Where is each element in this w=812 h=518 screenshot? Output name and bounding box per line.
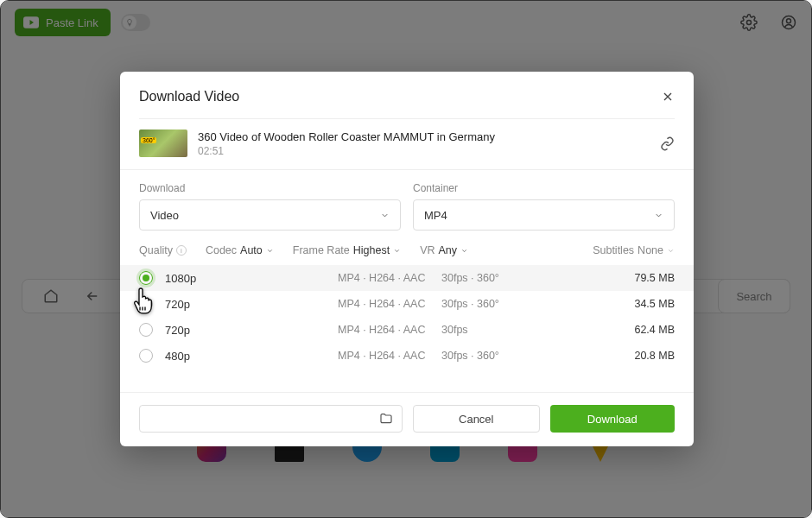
quality-extra: 30fps · 360° — [441, 298, 545, 310]
container-label: Container — [413, 182, 675, 194]
radio-icon — [139, 349, 153, 363]
download-type-select[interactable]: Video — [139, 199, 401, 231]
video-thumbnail — [139, 130, 187, 157]
quality-list: 1080pMP4 · H264 · AAC30fps · 360°79.5 MB… — [120, 265, 694, 369]
codec-filter-label: Codec — [206, 244, 237, 256]
quality-size: 62.4 MB — [634, 324, 675, 336]
radio-icon — [139, 271, 153, 285]
chevron-down-icon — [380, 211, 390, 220]
filters-row: Quality i Codec Auto Frame Rate Highest … — [120, 237, 694, 265]
quality-format: MP4 · H264 · AAC — [338, 350, 441, 362]
chevron-down-icon — [393, 247, 401, 255]
container-value: MP4 — [424, 209, 447, 222]
framerate-filter-label: Frame Rate — [293, 244, 350, 256]
quality-resolution: 1080p — [165, 272, 338, 285]
container-select[interactable]: MP4 — [413, 199, 675, 231]
download-button[interactable]: Download — [550, 405, 676, 433]
chevron-down-icon — [667, 247, 675, 255]
subtitles-filter-value: None — [638, 244, 663, 256]
info-icon[interactable]: i — [176, 245, 187, 256]
download-type-label: Download — [139, 182, 401, 194]
download-video-modal: Download Video 360 Video of Wooden Rolle… — [120, 72, 694, 446]
quality-size: 34.5 MB — [634, 298, 675, 310]
download-type-value: Video — [150, 209, 179, 222]
video-info-row: 360 Video of Wooden Roller Coaster MAMMU… — [120, 119, 694, 169]
vr-filter-value: Any — [439, 244, 458, 256]
quality-row[interactable]: 720pMP4 · H264 · AAC30fps62.4 MB — [120, 317, 694, 343]
quality-format: MP4 · H264 · AAC — [338, 298, 441, 310]
chevron-down-icon — [266, 247, 274, 255]
chevron-down-icon — [460, 247, 468, 255]
quality-size: 79.5 MB — [634, 272, 675, 284]
quality-extra: 30fps · 360° — [441, 272, 545, 284]
quality-filter: Quality i — [139, 244, 187, 256]
subtitles-filter-label: Subtitles — [593, 244, 634, 256]
framerate-filter[interactable]: Frame Rate Highest — [293, 244, 401, 256]
quality-row[interactable]: 720pMP4 · H264 · AAC30fps · 360°34.5 MB — [120, 291, 694, 317]
quality-row[interactable]: 480pMP4 · H264 · AAC30fps · 360°20.8 MB — [120, 343, 694, 369]
video-duration: 02:51 — [198, 145, 650, 157]
download-label: Download — [587, 413, 638, 426]
cancel-label: Cancel — [459, 413, 493, 426]
radio-icon — [139, 297, 153, 311]
framerate-filter-value: Highest — [353, 244, 390, 256]
folder-icon — [379, 412, 393, 426]
quality-row[interactable]: 1080pMP4 · H264 · AAC30fps · 360°79.5 MB — [120, 265, 694, 291]
quality-size: 20.8 MB — [634, 350, 675, 362]
cancel-button[interactable]: Cancel — [413, 405, 540, 433]
close-icon[interactable] — [661, 90, 675, 104]
quality-resolution: 720p — [165, 298, 338, 311]
vr-filter-label: VR — [420, 244, 435, 256]
video-title: 360 Video of Wooden Roller Coaster MAMMU… — [198, 130, 650, 143]
subtitles-filter[interactable]: Subtitles None — [593, 244, 675, 256]
radio-icon — [139, 323, 153, 337]
quality-format: MP4 · H264 · AAC — [338, 324, 441, 336]
quality-format: MP4 · H264 · AAC — [338, 272, 441, 284]
codec-filter-value: Auto — [240, 244, 263, 256]
modal-title: Download Video — [139, 89, 239, 104]
link-icon[interactable] — [660, 136, 675, 151]
quality-filter-label: Quality — [139, 244, 173, 256]
chevron-down-icon — [654, 211, 663, 220]
quality-resolution: 480p — [165, 350, 338, 363]
vr-filter[interactable]: VR Any — [420, 244, 468, 256]
codec-filter[interactable]: Codec Auto — [206, 244, 274, 256]
quality-resolution: 720p — [165, 324, 338, 337]
save-folder-picker[interactable] — [139, 405, 403, 433]
quality-extra: 30fps — [441, 324, 545, 336]
quality-extra: 30fps · 360° — [441, 350, 545, 362]
